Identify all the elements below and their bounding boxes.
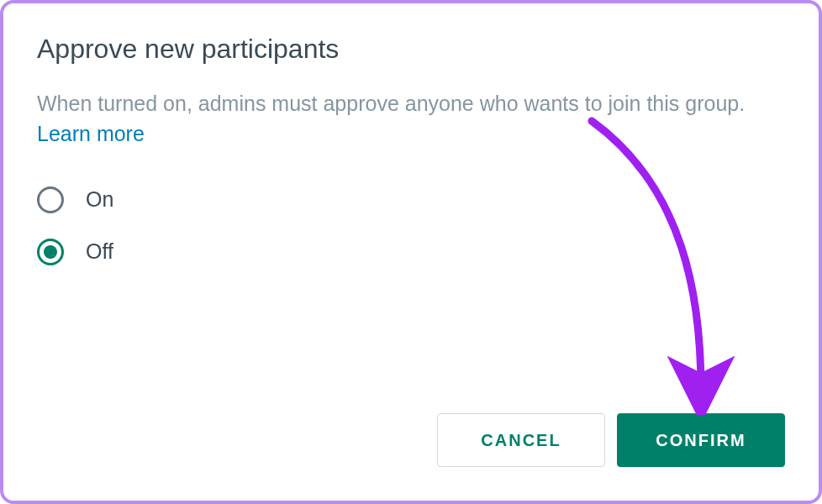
dialog-button-row: CANCEL CONFIRM [437, 413, 785, 467]
description-text: When turned on, admins must approve anyo… [37, 92, 745, 115]
cancel-button[interactable]: CANCEL [437, 413, 605, 467]
confirm-button[interactable]: CONFIRM [617, 413, 785, 467]
dialog-frame: Approve new participants When turned on,… [0, 0, 822, 504]
radio-label-on: On [86, 187, 113, 212]
dialog-description: When turned on, admins must approve anyo… [37, 88, 777, 150]
learn-more-link[interactable]: Learn more [37, 122, 145, 145]
radio-group: On Off [37, 186, 785, 265]
dialog-title: Approve new participants [37, 34, 785, 65]
radio-option-on[interactable]: On [37, 186, 785, 213]
radio-label-off: Off [86, 239, 113, 264]
radio-icon [37, 239, 64, 265]
radio-icon [37, 186, 64, 213]
radio-option-off[interactable]: Off [37, 239, 785, 265]
